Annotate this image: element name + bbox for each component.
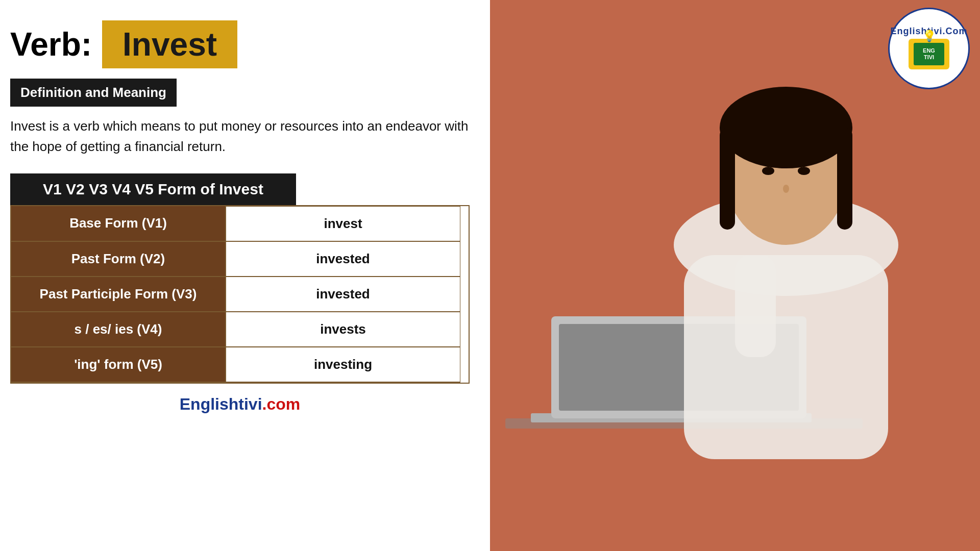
logo-circle: Englishtivi.Com 💡 ENGTIVI: [888, 8, 970, 89]
logo-tv-screen: ENGTIVI: [914, 43, 944, 65]
svg-point-12: [783, 185, 789, 193]
svg-point-7: [720, 87, 852, 168]
verb-form-label: Past Participle Form (V3): [11, 277, 226, 312]
svg-point-13: [758, 204, 789, 224]
verb-word-box: Invest: [102, 20, 237, 68]
verb-form-label: s / es/ ies (V4): [11, 312, 226, 347]
verb-form-value: invested: [226, 277, 460, 312]
svg-rect-5: [684, 255, 888, 459]
table-row: Past Form (V2)invested: [11, 241, 460, 277]
verb-form-label: Base Form (V1): [11, 206, 226, 241]
svg-point-11: [798, 167, 810, 175]
verb-form-value: invested: [226, 241, 460, 277]
verb-form-value: invest: [226, 206, 460, 241]
verb-forms-table: Base Form (V1)investPast Form (V2)invest…: [11, 206, 460, 383]
verb-header: Verb: Invest: [10, 20, 470, 68]
svg-rect-8: [720, 128, 735, 230]
table-row: s / es/ ies (V4)invests: [11, 312, 460, 347]
svg-rect-9: [837, 128, 852, 230]
table-row: 'ing' form (V5)investing: [11, 347, 460, 382]
table-row: Past Participle Form (V3)invested: [11, 277, 460, 312]
verb-form-label: 'ing' form (V5): [11, 347, 226, 382]
footer-blue-text: Englishtivi: [180, 395, 262, 413]
footer: Englishtivi.com: [10, 395, 470, 414]
table-row: Base Form (V1)invest: [11, 206, 460, 241]
table-title-box: V1 V2 V3 V4 V5 Form of Invest: [10, 173, 296, 205]
verb-form-value: investing: [226, 347, 460, 382]
footer-red-text: .com: [262, 395, 301, 413]
definition-text: Invest is a verb which means to put mone…: [10, 116, 470, 157]
definition-heading-box: Definition and Meaning: [10, 79, 177, 107]
right-panel: Englishtivi.Com 💡 ENGTIVI: [490, 0, 980, 551]
logo-tv-text: ENGTIVI: [923, 47, 935, 60]
svg-rect-14: [735, 255, 776, 357]
definition-heading-text: Definition and Meaning: [20, 85, 166, 100]
verb-form-label: Past Form (V2): [11, 241, 226, 277]
verb-form-value: invests: [226, 312, 460, 347]
verb-label: Verb:: [10, 26, 92, 63]
left-panel: Verb: Invest Definition and Meaning Inve…: [0, 0, 490, 551]
verb-forms-table-wrapper: Base Form (V1)investPast Form (V2)invest…: [10, 205, 470, 384]
logo-tv: 💡 ENGTIVI: [909, 39, 949, 69]
logo-bulb-icon: 💡: [922, 30, 936, 43]
table-title-text: V1 V2 V3 V4 V5 Form of Invest: [43, 181, 263, 197]
verb-word: Invest: [122, 26, 217, 63]
svg-point-10: [762, 167, 774, 175]
